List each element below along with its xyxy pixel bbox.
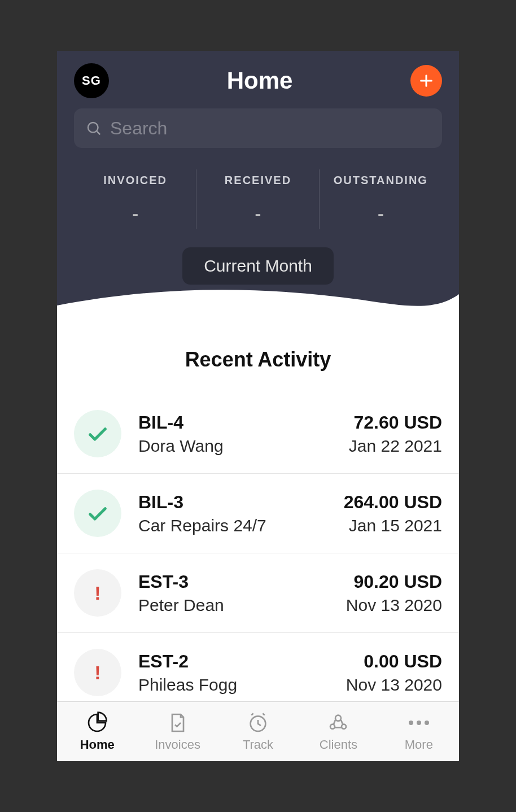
activity-client: Car Repairs 24/7 [138, 516, 344, 535]
activity-client: Dora Wang [138, 436, 349, 456]
activity-row-right: 264.00 USDJan 15 2021 [344, 492, 442, 535]
activity-row-left: BIL-3Car Repairs 24/7 [138, 492, 344, 535]
activity-amount: 90.20 USD [346, 571, 442, 592]
people-icon [327, 711, 349, 734]
activity-date: Jan 22 2021 [349, 436, 442, 456]
stat-invoiced-label: INVOICED [74, 174, 196, 187]
alert-icon: ! [74, 649, 121, 696]
activity-row[interactable]: BIL-3Car Repairs 24/7264.00 USDJan 15 20… [57, 474, 459, 553]
svg-point-6 [330, 724, 335, 728]
tab-invoices[interactable]: Invoices [137, 702, 217, 761]
svg-point-2 [88, 123, 98, 133]
activity-row-left: EST-2Phileas Fogg [138, 651, 346, 695]
check-icon [74, 410, 121, 457]
document-check-icon [167, 711, 189, 734]
activity-row-right: 72.60 USDJan 22 2021 [349, 412, 442, 456]
stat-received[interactable]: RECEIVED - [196, 174, 319, 225]
avatar-initials: SG [82, 73, 101, 88]
tab-clients[interactable]: Clients [298, 702, 378, 761]
search-field[interactable] [74, 108, 442, 148]
topbar: SG Home [57, 51, 459, 98]
activity-id: BIL-4 [138, 412, 349, 433]
tab-clients-label: Clients [320, 737, 357, 752]
search-input[interactable] [110, 118, 431, 139]
app-screen: SG Home INVOICED - RECEIV [57, 51, 459, 761]
activity-date: Jan 15 2021 [344, 516, 442, 535]
tab-track-label: Track [243, 737, 273, 752]
summary-stats: INVOICED - RECEIVED - OUTSTANDING - [57, 148, 459, 225]
header-wave-decoration [57, 283, 459, 317]
activity-row[interactable]: !EST-3Peter Dean90.20 USDNov 13 2020 [57, 553, 459, 633]
activity-id: EST-3 [138, 571, 346, 592]
svg-line-3 [97, 132, 100, 135]
more-icon [409, 711, 429, 734]
activity-row[interactable]: !EST-2Phileas Fogg0.00 USDNov 13 2020 [57, 633, 459, 713]
period-selector[interactable]: Current Month [182, 247, 334, 285]
activity-list: BIL-4Dora Wang72.60 USDJan 22 2021BIL-3C… [57, 394, 459, 713]
alert-icon: ! [74, 569, 121, 617]
activity-id: BIL-3 [138, 492, 344, 513]
activity-row[interactable]: BIL-4Dora Wang72.60 USDJan 22 2021 [57, 394, 459, 474]
svg-point-5 [335, 715, 341, 721]
clock-icon [247, 711, 269, 734]
check-icon [74, 490, 121, 537]
tab-track[interactable]: Track [218, 702, 298, 761]
period-label: Current Month [204, 256, 312, 275]
activity-amount: 72.60 USD [349, 412, 442, 433]
page-title: Home [227, 67, 293, 94]
activity-row-left: EST-3Peter Dean [138, 571, 346, 615]
activity-date: Nov 13 2020 [346, 675, 442, 695]
pie-chart-icon [86, 711, 108, 734]
recent-activity-title: Recent Activity [57, 348, 459, 372]
stat-outstanding-value: - [320, 203, 442, 225]
add-button[interactable] [410, 65, 442, 97]
stat-received-label: RECEIVED [196, 174, 319, 187]
search-icon [85, 120, 102, 137]
header-panel: SG Home INVOICED - RECEIV [57, 51, 459, 316]
tab-home-label: Home [80, 737, 115, 752]
activity-client: Phileas Fogg [138, 675, 346, 695]
activity-amount: 0.00 USD [346, 651, 442, 672]
stat-invoiced-value: - [74, 203, 196, 225]
stat-received-value: - [196, 203, 319, 225]
activity-id: EST-2 [138, 651, 346, 672]
tab-home[interactable]: Home [57, 702, 137, 761]
svg-point-7 [342, 724, 346, 728]
activity-row-right: 0.00 USDNov 13 2020 [346, 651, 442, 695]
activity-date: Nov 13 2020 [346, 596, 442, 615]
activity-row-left: BIL-4Dora Wang [138, 412, 349, 456]
plus-icon [418, 73, 434, 89]
tab-more-label: More [405, 737, 433, 752]
stat-outstanding[interactable]: OUTSTANDING - [320, 174, 442, 225]
main-content: Recent Activity BIL-4Dora Wang72.60 USDJ… [57, 316, 459, 713]
tab-more[interactable]: More [379, 702, 459, 761]
activity-amount: 264.00 USD [344, 492, 442, 513]
tabbar: Home Invoices Track Clients More [57, 701, 459, 761]
activity-row-right: 90.20 USDNov 13 2020 [346, 571, 442, 615]
tab-invoices-label: Invoices [155, 737, 200, 752]
stat-invoiced[interactable]: INVOICED - [74, 174, 196, 225]
stat-outstanding-label: OUTSTANDING [320, 174, 442, 187]
activity-client: Peter Dean [138, 596, 346, 615]
avatar[interactable]: SG [74, 63, 109, 98]
